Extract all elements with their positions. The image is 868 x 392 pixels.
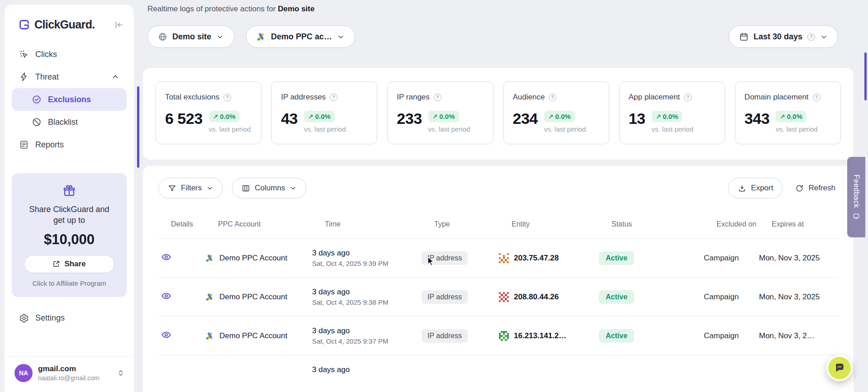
entity-identicon [499,292,509,302]
stat-label: Domain placement [745,93,809,102]
stat-label: App placement [629,93,680,102]
time-absolute: Sat, Oct 4, 2025 9:37 PM [312,337,422,345]
columns-button[interactable]: Columns [232,178,306,198]
sidebar-item-threat[interactable]: Threat [12,66,127,88]
help-icon[interactable]: ? [434,94,441,101]
user-meta: gmail.com naatali.ro@gmail.com [38,364,111,382]
affiliate-promo-card: Share ClickGuard and get up to $10,000 S… [12,173,127,297]
app-root: ClickGuard. Clicks Threat Exclusions [0,0,868,392]
column-header-status: Status [612,220,716,228]
chevron-down-icon [337,33,345,41]
avatar: NA [14,364,33,382]
filters-button[interactable]: Filters [158,178,223,198]
google-ads-icon [256,32,266,42]
stat-caption: vs. last period [209,125,251,133]
promo-text: Share ClickGuard and get up to [26,204,112,226]
status-badge: Active [599,329,634,343]
ppc-account-selector-value: Demo PPC ac… [271,32,332,42]
time-relative: 3 days ago [312,288,422,297]
entity-value: 203.75.47.28 [514,254,559,263]
time-absolute: Sat, Oct 4, 2025 9:39 PM [312,260,422,267]
feedback-tab[interactable]: Feedback [847,157,865,237]
view-details-eye-icon[interactable] [161,291,171,301]
stat-label: IP ranges [397,93,429,102]
entity-identicon [499,331,509,341]
clickguard-logo[interactable]: ClickGuard. [18,18,95,31]
chevron-up-down-icon [117,369,125,377]
page-scrollbar-thumb[interactable] [864,52,867,100]
table-row-partial: 3 days ago [158,355,838,384]
promo-amount: $10,000 [20,231,119,248]
sidebar-item-label: Exclusions [48,95,91,104]
stat-card-total-exclusions: Total exclusions? 6 523 0.0% vs. last pe… [156,81,261,144]
trend-up-badge: 0.0% [652,111,683,122]
refresh-button-label: Refresh [808,184,835,193]
stat-value: 233 [397,110,422,128]
sidebar-header: ClickGuard. [5,5,134,31]
table-toolbar: Filters Columns Export Refresh [158,178,838,198]
excluded-on-value: Campaign [704,331,759,340]
google-ads-icon [205,254,214,263]
table-header-row: Details PPC Account Time Type Entity Sta… [158,220,838,239]
sidebar-scrollbar-thumb[interactable] [137,86,139,168]
user-account[interactable]: NA gmail.com naatali.ro@gmail.com [5,356,134,392]
excluded-on-value: Campaign [704,293,759,302]
stat-value: 13 [629,110,645,128]
affiliate-link[interactable]: Click to Affiliate Program [20,279,119,287]
columns-button-label: Columns [255,184,285,193]
selector-row: Demo site Demo PPC ac… Last 30 days ? [147,25,838,48]
threat-bolt-icon [19,72,29,82]
chevron-down-icon [289,184,297,192]
subtitle-site-name: Demo site [278,5,314,13]
prohibited-icon [32,117,42,127]
chat-widget-button[interactable] [826,355,853,381]
stats-panel: Total exclusions? 6 523 0.0% vs. last pe… [143,68,854,160]
table-row: Demo PPC Account 3 days agoSat, Oct 4, 2… [158,278,838,316]
gift-icon [62,184,76,198]
expires-at-value: Mon, Nov 3, 2025 [759,293,838,302]
stat-card-ip-addresses: IP addresses? 43 0.0% vs. last period [271,81,377,144]
sidebar: ClickGuard. Clicks Threat Exclusions [5,5,134,392]
share-button[interactable]: Share [24,255,114,273]
stat-caption: vs. last period [776,125,818,133]
main-content: Realtime logs of protective actions for … [143,0,854,392]
cursor-click-icon [19,49,29,59]
status-badge: Active [599,251,634,265]
site-selector[interactable]: Demo site [147,25,234,48]
refresh-button[interactable]: Refresh [792,178,838,198]
table-row: Demo PPC Account 3 days agoSat, Oct 4, 2… [158,239,838,278]
chevron-up-icon [111,73,119,81]
help-icon[interactable]: ? [330,94,337,101]
help-icon[interactable]: ? [807,33,815,41]
circle-check-icon [32,94,42,104]
help-icon[interactable]: ? [223,94,231,101]
help-icon[interactable]: ? [549,94,556,101]
download-icon [738,184,746,193]
date-range-selector[interactable]: Last 30 days ? [729,25,838,48]
user-name: gmail.com [38,364,111,373]
sidebar-item-clicks[interactable]: Clicks [12,43,127,66]
entity-value: 208.80.44.26 [514,293,559,302]
sidebar-item-exclusions[interactable]: Exclusions [12,88,127,111]
chevron-down-icon [820,33,828,41]
export-button[interactable]: Export [728,178,783,198]
sidebar-item-settings[interactable]: Settings [12,307,127,330]
help-icon[interactable]: ? [684,94,692,101]
help-icon[interactable]: ? [813,94,821,101]
collapse-sidebar-icon[interactable] [114,20,124,30]
sidebar-item-reports[interactable]: Reports [12,133,127,156]
view-details-eye-icon[interactable] [161,252,171,262]
share-button-label: Share [64,260,85,269]
export-button-label: Export [751,184,773,193]
sidebar-item-blacklist[interactable]: Blacklist [12,111,127,133]
expires-at-value: Mon, Nov 3, 2… [759,331,838,340]
chevron-down-icon [216,33,224,41]
view-details-eye-icon[interactable] [161,330,171,340]
column-header-excluded-on: Excluded on [716,220,772,228]
gear-icon [19,313,29,323]
ppc-account-selector[interactable]: Demo PPC ac… [246,25,355,48]
reports-doc-icon [19,140,29,150]
time-relative: 3 days ago [312,365,422,374]
stat-label: IP addresses [281,93,326,102]
chat-bubble-icon [834,362,845,374]
